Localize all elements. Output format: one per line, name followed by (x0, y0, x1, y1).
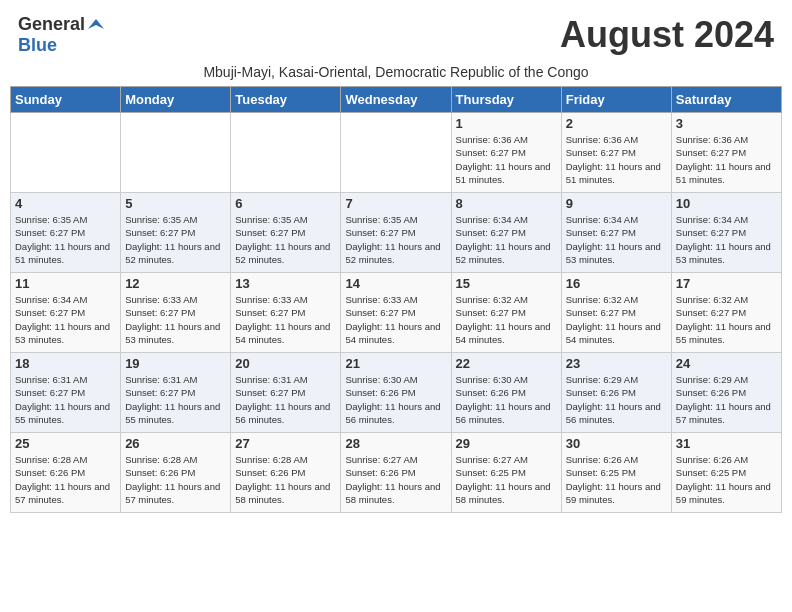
day-info: Sunrise: 6:34 AM Sunset: 6:27 PM Dayligh… (15, 293, 116, 346)
day-info: Sunrise: 6:36 AM Sunset: 6:27 PM Dayligh… (566, 133, 667, 186)
calendar-cell: 19Sunrise: 6:31 AM Sunset: 6:27 PM Dayli… (121, 353, 231, 433)
day-info: Sunrise: 6:32 AM Sunset: 6:27 PM Dayligh… (676, 293, 777, 346)
day-number: 10 (676, 196, 777, 211)
day-info: Sunrise: 6:29 AM Sunset: 6:26 PM Dayligh… (676, 373, 777, 426)
day-info: Sunrise: 6:31 AM Sunset: 6:27 PM Dayligh… (15, 373, 116, 426)
day-info: Sunrise: 6:33 AM Sunset: 6:27 PM Dayligh… (345, 293, 446, 346)
column-header-sunday: Sunday (11, 87, 121, 113)
day-number: 29 (456, 436, 557, 451)
day-number: 1 (456, 116, 557, 131)
calendar-cell: 21Sunrise: 6:30 AM Sunset: 6:26 PM Dayli… (341, 353, 451, 433)
day-info: Sunrise: 6:36 AM Sunset: 6:27 PM Dayligh… (676, 133, 777, 186)
logo: General Blue (18, 14, 104, 56)
day-number: 25 (15, 436, 116, 451)
day-number: 3 (676, 116, 777, 131)
calendar-cell: 27Sunrise: 6:28 AM Sunset: 6:26 PM Dayli… (231, 433, 341, 513)
day-info: Sunrise: 6:32 AM Sunset: 6:27 PM Dayligh… (456, 293, 557, 346)
day-number: 23 (566, 356, 667, 371)
day-info: Sunrise: 6:33 AM Sunset: 6:27 PM Dayligh… (235, 293, 336, 346)
column-header-monday: Monday (121, 87, 231, 113)
day-number: 28 (345, 436, 446, 451)
logo-bird-icon (86, 15, 104, 33)
calendar-cell: 12Sunrise: 6:33 AM Sunset: 6:27 PM Dayli… (121, 273, 231, 353)
day-number: 26 (125, 436, 226, 451)
day-info: Sunrise: 6:26 AM Sunset: 6:25 PM Dayligh… (676, 453, 777, 506)
day-info: Sunrise: 6:26 AM Sunset: 6:25 PM Dayligh… (566, 453, 667, 506)
calendar-cell: 26Sunrise: 6:28 AM Sunset: 6:26 PM Dayli… (121, 433, 231, 513)
calendar-table: SundayMondayTuesdayWednesdayThursdayFrid… (10, 86, 782, 513)
calendar-cell (231, 113, 341, 193)
calendar-cell: 20Sunrise: 6:31 AM Sunset: 6:27 PM Dayli… (231, 353, 341, 433)
day-info: Sunrise: 6:30 AM Sunset: 6:26 PM Dayligh… (345, 373, 446, 426)
calendar-cell (121, 113, 231, 193)
calendar-cell: 4Sunrise: 6:35 AM Sunset: 6:27 PM Daylig… (11, 193, 121, 273)
calendar-cell: 5Sunrise: 6:35 AM Sunset: 6:27 PM Daylig… (121, 193, 231, 273)
logo-blue-text: Blue (18, 35, 57, 56)
day-info: Sunrise: 6:32 AM Sunset: 6:27 PM Dayligh… (566, 293, 667, 346)
calendar-cell: 2Sunrise: 6:36 AM Sunset: 6:27 PM Daylig… (561, 113, 671, 193)
day-info: Sunrise: 6:27 AM Sunset: 6:25 PM Dayligh… (456, 453, 557, 506)
day-info: Sunrise: 6:28 AM Sunset: 6:26 PM Dayligh… (235, 453, 336, 506)
calendar-cell: 17Sunrise: 6:32 AM Sunset: 6:27 PM Dayli… (671, 273, 781, 353)
calendar-cell: 13Sunrise: 6:33 AM Sunset: 6:27 PM Dayli… (231, 273, 341, 353)
calendar-cell: 22Sunrise: 6:30 AM Sunset: 6:26 PM Dayli… (451, 353, 561, 433)
day-number: 5 (125, 196, 226, 211)
calendar-cell: 25Sunrise: 6:28 AM Sunset: 6:26 PM Dayli… (11, 433, 121, 513)
day-number: 20 (235, 356, 336, 371)
day-number: 4 (15, 196, 116, 211)
day-info: Sunrise: 6:29 AM Sunset: 6:26 PM Dayligh… (566, 373, 667, 426)
day-number: 21 (345, 356, 446, 371)
day-info: Sunrise: 6:34 AM Sunset: 6:27 PM Dayligh… (676, 213, 777, 266)
day-number: 13 (235, 276, 336, 291)
calendar-cell: 8Sunrise: 6:34 AM Sunset: 6:27 PM Daylig… (451, 193, 561, 273)
calendar-cell: 23Sunrise: 6:29 AM Sunset: 6:26 PM Dayli… (561, 353, 671, 433)
calendar-cell: 18Sunrise: 6:31 AM Sunset: 6:27 PM Dayli… (11, 353, 121, 433)
column-header-friday: Friday (561, 87, 671, 113)
day-info: Sunrise: 6:33 AM Sunset: 6:27 PM Dayligh… (125, 293, 226, 346)
day-number: 6 (235, 196, 336, 211)
calendar-cell: 30Sunrise: 6:26 AM Sunset: 6:25 PM Dayli… (561, 433, 671, 513)
day-info: Sunrise: 6:34 AM Sunset: 6:27 PM Dayligh… (456, 213, 557, 266)
day-number: 30 (566, 436, 667, 451)
calendar-cell: 11Sunrise: 6:34 AM Sunset: 6:27 PM Dayli… (11, 273, 121, 353)
logo-general-text: General (18, 14, 85, 35)
calendar-cell: 14Sunrise: 6:33 AM Sunset: 6:27 PM Dayli… (341, 273, 451, 353)
calendar-cell: 7Sunrise: 6:35 AM Sunset: 6:27 PM Daylig… (341, 193, 451, 273)
day-number: 18 (15, 356, 116, 371)
calendar-cell (11, 113, 121, 193)
day-info: Sunrise: 6:35 AM Sunset: 6:27 PM Dayligh… (15, 213, 116, 266)
day-info: Sunrise: 6:27 AM Sunset: 6:26 PM Dayligh… (345, 453, 446, 506)
calendar-cell: 28Sunrise: 6:27 AM Sunset: 6:26 PM Dayli… (341, 433, 451, 513)
calendar-cell: 1Sunrise: 6:36 AM Sunset: 6:27 PM Daylig… (451, 113, 561, 193)
calendar-cell (341, 113, 451, 193)
day-number: 8 (456, 196, 557, 211)
day-info: Sunrise: 6:28 AM Sunset: 6:26 PM Dayligh… (125, 453, 226, 506)
day-info: Sunrise: 6:28 AM Sunset: 6:26 PM Dayligh… (15, 453, 116, 506)
day-number: 27 (235, 436, 336, 451)
day-number: 2 (566, 116, 667, 131)
location-subtitle: Mbuji-Mayi, Kasai-Oriental, Democratic R… (10, 64, 782, 80)
calendar-cell: 24Sunrise: 6:29 AM Sunset: 6:26 PM Dayli… (671, 353, 781, 433)
day-info: Sunrise: 6:35 AM Sunset: 6:27 PM Dayligh… (235, 213, 336, 266)
column-header-saturday: Saturday (671, 87, 781, 113)
day-info: Sunrise: 6:35 AM Sunset: 6:27 PM Dayligh… (345, 213, 446, 266)
day-number: 24 (676, 356, 777, 371)
day-number: 16 (566, 276, 667, 291)
day-number: 15 (456, 276, 557, 291)
day-info: Sunrise: 6:31 AM Sunset: 6:27 PM Dayligh… (125, 373, 226, 426)
column-header-tuesday: Tuesday (231, 87, 341, 113)
day-info: Sunrise: 6:36 AM Sunset: 6:27 PM Dayligh… (456, 133, 557, 186)
day-number: 31 (676, 436, 777, 451)
calendar-cell: 3Sunrise: 6:36 AM Sunset: 6:27 PM Daylig… (671, 113, 781, 193)
month-title: August 2024 (560, 14, 774, 56)
calendar-cell: 9Sunrise: 6:34 AM Sunset: 6:27 PM Daylig… (561, 193, 671, 273)
day-number: 12 (125, 276, 226, 291)
day-number: 14 (345, 276, 446, 291)
day-number: 22 (456, 356, 557, 371)
calendar-cell: 16Sunrise: 6:32 AM Sunset: 6:27 PM Dayli… (561, 273, 671, 353)
day-number: 19 (125, 356, 226, 371)
day-info: Sunrise: 6:35 AM Sunset: 6:27 PM Dayligh… (125, 213, 226, 266)
column-header-thursday: Thursday (451, 87, 561, 113)
calendar-cell: 15Sunrise: 6:32 AM Sunset: 6:27 PM Dayli… (451, 273, 561, 353)
day-number: 11 (15, 276, 116, 291)
